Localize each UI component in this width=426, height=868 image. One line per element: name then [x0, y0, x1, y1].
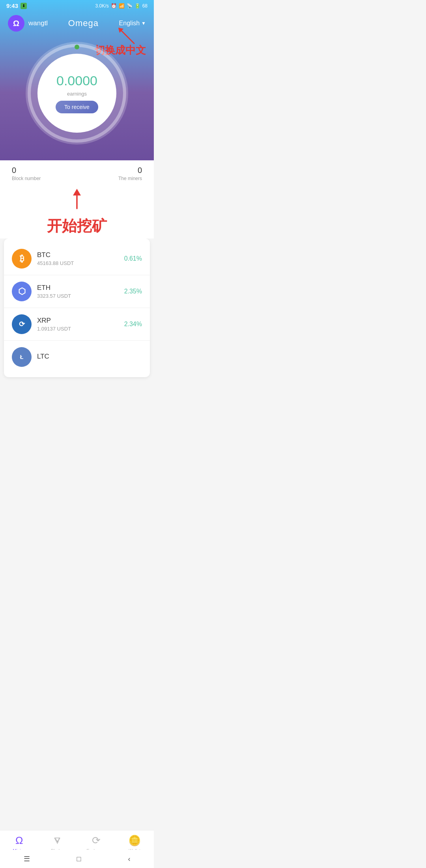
ltc-info: LTC — [37, 353, 142, 362]
crypto-item-ltc[interactable]: Ł LTC — [4, 341, 150, 373]
username: wangtl — [28, 19, 48, 27]
arrow-up-center — [0, 187, 154, 212]
block-number-label: Block number — [12, 176, 41, 181]
eth-change: 2.35% — [124, 288, 142, 295]
download-icon: ⬇ — [21, 3, 27, 9]
xrp-change: 2.34% — [124, 321, 142, 328]
xrp-price: 1.09137 USDT — [37, 326, 124, 332]
wifi-icon: 📡 — [127, 3, 133, 9]
earnings-value: 0.0000 — [56, 73, 97, 88]
receive-button[interactable]: To receive — [56, 101, 98, 113]
miners-label: The miners — [118, 176, 142, 181]
btc-name: BTC — [37, 251, 124, 259]
btc-icon: ₿ — [12, 249, 32, 269]
eth-price: 3323.57 USDT — [37, 293, 124, 299]
miners-value: 0 — [138, 166, 142, 175]
mining-annotation-section: 开始挖矿 — [0, 187, 154, 239]
network-speed: 3.0K/s — [95, 3, 109, 9]
earnings-label: earnings — [67, 91, 87, 97]
btc-change: 0.61% — [124, 255, 142, 262]
crypto-item-eth[interactable]: ⬡ ETH 3323.57 USDT 2.35% — [4, 275, 150, 308]
alarm-icon: ⏰ — [111, 3, 117, 9]
btc-info: BTC 45163.88 USDT — [37, 251, 124, 266]
gauge-outer: 0.0000 earnings To receive — [26, 42, 128, 145]
user-info: Ω wangtl — [8, 15, 48, 32]
crypto-list: ₿ BTC 45163.88 USDT 0.61% ⬡ ETH 3323.57 … — [4, 239, 150, 377]
app-title: Omega — [68, 18, 99, 28]
battery-icon: 🔋 — [135, 3, 140, 9]
signal-icon: 📶 — [119, 3, 125, 9]
xrp-info: XRP 1.09137 USDT — [37, 317, 124, 332]
gauge-dot — [75, 45, 79, 49]
eth-info: ETH 3323.57 USDT — [37, 284, 124, 299]
crypto-item-xrp[interactable]: ⟳ XRP 1.09137 USDT 2.34% — [4, 308, 150, 341]
eth-name: ETH — [37, 284, 124, 292]
ltc-icon: Ł — [12, 347, 32, 367]
status-icons: 3.0K/s ⏰ 📶 📡 🔋 68 — [95, 3, 148, 9]
avatar: Ω — [8, 15, 24, 32]
ltc-name: LTC — [37, 353, 142, 361]
miners-stat: 0 The miners — [118, 166, 142, 181]
btc-price: 45163.88 USDT — [37, 260, 124, 266]
block-number-value: 0 — [12, 166, 16, 175]
gauge-inner: 0.0000 earnings To receive — [37, 54, 116, 133]
xrp-icon: ⟳ — [12, 314, 32, 334]
xrp-name: XRP — [37, 317, 124, 325]
start-mining-annotation: 开始挖矿 — [0, 212, 154, 239]
gauge-container: 0.0000 earnings To receive — [0, 42, 154, 145]
dropdown-arrow-icon: ▼ — [141, 21, 146, 26]
status-bar: 9:43 ⬇ 3.0K/s ⏰ 📶 📡 🔋 68 — [0, 0, 154, 11]
svg-line-0 — [120, 30, 134, 43]
status-time: 9:43 — [6, 2, 18, 9]
crypto-item-btc[interactable]: ₿ BTC 45163.88 USDT 0.61% — [4, 242, 150, 275]
svg-marker-3 — [73, 189, 81, 195]
stats-row: 0 Block number 0 The miners — [0, 160, 154, 187]
eth-icon: ⬡ — [12, 282, 32, 301]
block-number-stat: 0 Block number — [12, 166, 41, 181]
battery-level: 68 — [142, 3, 148, 9]
